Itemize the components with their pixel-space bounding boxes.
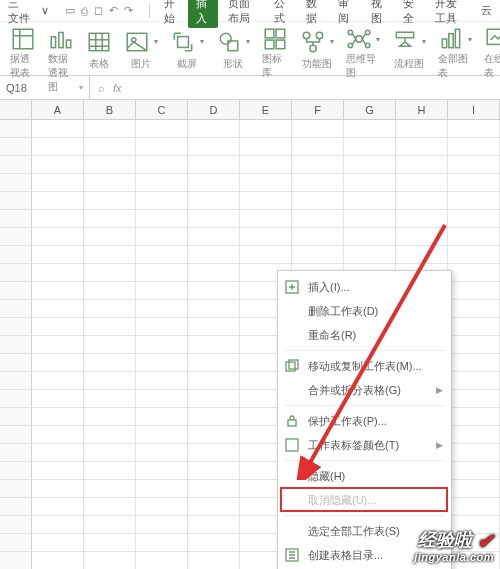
cell[interactable] xyxy=(32,408,84,426)
row-header[interactable] xyxy=(0,336,32,354)
cell[interactable] xyxy=(136,282,188,300)
cell[interactable] xyxy=(188,300,240,318)
cell[interactable] xyxy=(188,408,240,426)
cell[interactable] xyxy=(32,534,84,552)
row-header[interactable] xyxy=(0,174,32,192)
cell[interactable] xyxy=(136,354,188,372)
dropdown-icon[interactable]: ▾ xyxy=(376,35,380,44)
row-header[interactable] xyxy=(0,138,32,156)
row-header[interactable] xyxy=(0,534,32,552)
file-menu-dropdown[interactable]: ∨ xyxy=(37,2,53,19)
preview-icon[interactable]: ◻ xyxy=(94,4,103,17)
cell[interactable] xyxy=(292,228,344,246)
ctx-rename-sheet[interactable]: 重命名(R) xyxy=(278,323,451,347)
cell[interactable] xyxy=(188,264,240,282)
cell[interactable] xyxy=(32,156,84,174)
cell[interactable] xyxy=(32,444,84,462)
cell[interactable] xyxy=(344,156,396,174)
flowchart-icon[interactable] xyxy=(392,29,418,55)
cell[interactable] xyxy=(396,120,448,138)
icon-library-icon[interactable] xyxy=(262,26,288,52)
cell[interactable] xyxy=(188,462,240,480)
row-header[interactable] xyxy=(0,246,32,264)
cell[interactable] xyxy=(344,228,396,246)
cell[interactable] xyxy=(344,174,396,192)
dropdown-icon[interactable]: ▾ xyxy=(422,37,426,46)
cell[interactable] xyxy=(448,192,500,210)
cell[interactable] xyxy=(448,120,500,138)
cell[interactable] xyxy=(448,228,500,246)
cell[interactable] xyxy=(448,156,500,174)
column-header[interactable]: G xyxy=(344,100,396,119)
cell[interactable] xyxy=(188,156,240,174)
cell[interactable] xyxy=(448,138,500,156)
cell[interactable] xyxy=(448,372,500,390)
ctx-delete-sheet[interactable]: 删除工作表(D) xyxy=(278,299,451,323)
cell[interactable] xyxy=(188,282,240,300)
cell[interactable] xyxy=(32,390,84,408)
cell[interactable] xyxy=(448,300,500,318)
cell[interactable] xyxy=(136,318,188,336)
cell[interactable] xyxy=(32,192,84,210)
save-icon[interactable]: ▭ xyxy=(65,4,75,17)
all-charts-icon[interactable] xyxy=(438,26,464,52)
cell[interactable] xyxy=(188,336,240,354)
cell[interactable] xyxy=(136,444,188,462)
name-box[interactable]: Q18 ▾ xyxy=(0,76,90,99)
cell[interactable] xyxy=(136,372,188,390)
cell[interactable] xyxy=(32,372,84,390)
cell[interactable] xyxy=(396,174,448,192)
dropdown-icon[interactable]: ▾ xyxy=(154,37,158,46)
cell[interactable] xyxy=(292,174,344,192)
cell[interactable] xyxy=(32,426,84,444)
row-header[interactable] xyxy=(0,498,32,516)
cell[interactable] xyxy=(188,228,240,246)
cell[interactable] xyxy=(188,444,240,462)
cell[interactable] xyxy=(32,498,84,516)
cell[interactable] xyxy=(136,336,188,354)
cell[interactable] xyxy=(136,174,188,192)
dropdown-icon[interactable]: ▾ xyxy=(200,37,204,46)
cell[interactable] xyxy=(84,174,136,192)
row-header[interactable] xyxy=(0,282,32,300)
cell[interactable] xyxy=(136,534,188,552)
cell[interactable] xyxy=(32,462,84,480)
cell[interactable] xyxy=(240,192,292,210)
cell[interactable] xyxy=(136,390,188,408)
cell[interactable] xyxy=(84,138,136,156)
cell[interactable] xyxy=(448,336,500,354)
column-header[interactable]: B xyxy=(84,100,136,119)
cell[interactable] xyxy=(32,246,84,264)
row-header[interactable] xyxy=(0,552,32,569)
cell[interactable] xyxy=(32,318,84,336)
cell[interactable] xyxy=(84,192,136,210)
cell[interactable] xyxy=(136,192,188,210)
row-header[interactable] xyxy=(0,120,32,138)
cell[interactable] xyxy=(448,210,500,228)
cell[interactable] xyxy=(84,318,136,336)
row-header[interactable] xyxy=(0,372,32,390)
cell[interactable] xyxy=(188,498,240,516)
cell[interactable] xyxy=(84,120,136,138)
cell[interactable] xyxy=(240,228,292,246)
cell[interactable] xyxy=(344,138,396,156)
cell[interactable] xyxy=(136,246,188,264)
cell[interactable] xyxy=(448,498,500,516)
cell[interactable] xyxy=(32,228,84,246)
cell[interactable] xyxy=(84,156,136,174)
ctx-hide-sheet[interactable]: 隐藏(H) xyxy=(278,464,451,488)
cell[interactable] xyxy=(188,192,240,210)
ctx-move-copy[interactable]: 移动或复制工作表(M)... xyxy=(278,354,451,378)
cell[interactable] xyxy=(344,210,396,228)
cell[interactable] xyxy=(32,174,84,192)
cell[interactable] xyxy=(32,336,84,354)
cell[interactable] xyxy=(84,480,136,498)
cell[interactable] xyxy=(84,516,136,534)
ctx-insert-sheet[interactable]: 插入(I)... xyxy=(278,275,451,299)
cell[interactable] xyxy=(188,246,240,264)
spreadsheet-grid[interactable]: 插入(I)... 删除工作表(D) 重命名(R) 移动或复制工作表(M)... … xyxy=(0,120,500,569)
cell[interactable] xyxy=(188,552,240,569)
mindmap-icon[interactable] xyxy=(346,26,372,52)
row-header[interactable] xyxy=(0,354,32,372)
column-header[interactable]: F xyxy=(292,100,344,119)
